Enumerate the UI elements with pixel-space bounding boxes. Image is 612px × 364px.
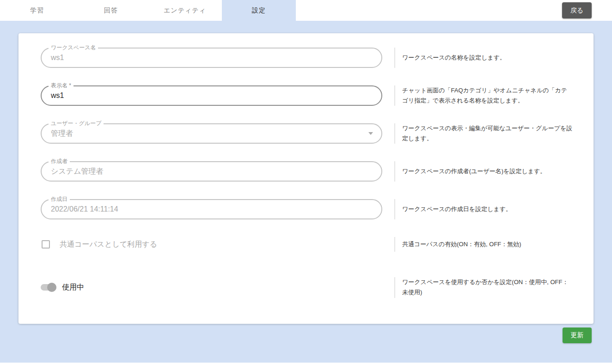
in-use-label: 使用中	[62, 283, 84, 292]
workspace-name-description: ワークスペースの名称を設定します。	[394, 48, 573, 68]
workspace-name-label: ワークスペース名	[49, 44, 98, 51]
common-corpus-checkbox	[42, 240, 50, 249]
in-use-description: ワークスペースを使用するか否かを設定(ON：使用中, OFF：未使用)	[394, 277, 573, 297]
tab-learning[interactable]: 学習	[0, 0, 74, 21]
in-use-row: 使用中 ワークスペースを使用するか否かを設定(ON：使用中, OFF：未使用)	[41, 277, 573, 297]
workspace-name-field: ワークスペース名 ws1	[41, 48, 382, 68]
common-corpus-label: 共通コーパスとして利用する	[60, 240, 157, 249]
display-name-field: 表示名 *	[41, 85, 382, 106]
creator-field: 作成者 システム管理者	[41, 161, 382, 182]
display-name-label: 表示名 *	[49, 82, 73, 89]
created-date-row: 作成日 2022/06/21 14:11:14 ワークスペースの作成日を設定しま…	[41, 199, 573, 219]
created-date-label: 作成日	[49, 196, 70, 202]
user-group-row: ユーザー・グループ 管理者 ワークスペースの表示・編集が可能なユーザー・グループ…	[41, 123, 573, 144]
tab-settings[interactable]: 設定	[222, 0, 296, 21]
display-name-description: チャット画面の「FAQカテゴリ」やオムニチャネルの「カテゴリ指定」で表示される名…	[394, 85, 573, 106]
back-button[interactable]: 戻る	[562, 2, 592, 18]
common-corpus-description: 共通コーパスの有効(ON：有効, OFF：無効)	[394, 237, 573, 252]
tab-entities[interactable]: エンティティ	[148, 0, 222, 21]
workspace-name-value: ws1	[42, 49, 381, 67]
created-date-description: ワークスペースの作成日を設定します。	[394, 199, 573, 219]
creator-value: システム管理者	[42, 162, 381, 181]
workspace-name-row: ワークスペース名 ws1 ワークスペースの名称を設定します。	[41, 48, 573, 68]
creator-row: 作成者 システム管理者 ワークスペースの作成者(ユーザー名)を設定します。	[41, 161, 573, 182]
workspace-settings-card: ワークスペース名 ws1 ワークスペースの名称を設定します。 表示名 * チャッ…	[18, 33, 594, 324]
settings-page: ワークスペース名 ws1 ワークスペースの名称を設定します。 表示名 * チャッ…	[0, 21, 612, 343]
chevron-down-icon	[368, 132, 373, 135]
in-use-toggle[interactable]	[41, 283, 56, 292]
user-group-label: ユーザー・グループ	[49, 120, 104, 127]
user-group-description: ワークスペースの表示・編集が可能なユーザー・グループを設定します。	[394, 123, 573, 144]
created-date-value: 2022/06/21 14:11:14	[42, 200, 381, 218]
card-footer: 更新	[18, 324, 594, 343]
update-button[interactable]: 更新	[563, 328, 592, 343]
creator-label: 作成者	[49, 158, 70, 164]
display-name-row: 表示名 * チャット画面の「FAQカテゴリ」やオムニチャネルの「カテゴリ指定」で…	[41, 85, 573, 106]
display-name-input[interactable]	[42, 86, 381, 105]
creator-description: ワークスペースの作成者(ユーザー名)を設定します。	[394, 161, 573, 182]
tab-answers[interactable]: 回答	[74, 0, 148, 21]
tab-bar: 学習 回答 エンティティ 設定 戻る	[0, 0, 612, 21]
user-group-select: ユーザー・グループ 管理者	[41, 123, 382, 144]
toggle-knob	[47, 283, 56, 292]
common-corpus-row: 共通コーパスとして利用する 共通コーパスの有効(ON：有効, OFF：無効)	[41, 237, 573, 252]
user-group-value: 管理者	[42, 124, 381, 143]
created-date-field: 作成日 2022/06/21 14:11:14	[41, 199, 382, 219]
